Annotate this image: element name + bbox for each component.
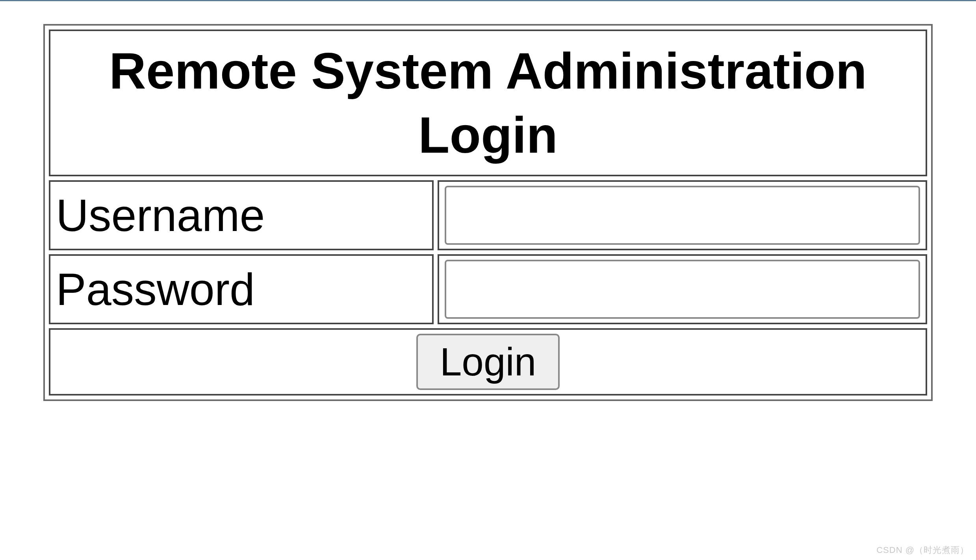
password-input-cell	[438, 254, 927, 324]
watermark-text: CSDN @（时光煮雨）	[876, 544, 969, 556]
username-label: Username	[49, 180, 434, 250]
login-container: Remote System Administration Login Usern…	[43, 24, 933, 401]
password-row: Password	[49, 254, 927, 324]
page-title: Remote System Administration Login	[49, 30, 927, 176]
submit-cell: Login	[49, 328, 927, 396]
username-row: Username	[49, 180, 927, 250]
password-label: Password	[49, 254, 434, 324]
submit-row: Login	[49, 328, 927, 396]
password-input[interactable]	[445, 260, 920, 319]
username-input[interactable]	[445, 186, 920, 245]
login-table: Remote System Administration Login Usern…	[43, 24, 933, 401]
login-button[interactable]: Login	[416, 334, 560, 390]
username-input-cell	[438, 180, 927, 250]
